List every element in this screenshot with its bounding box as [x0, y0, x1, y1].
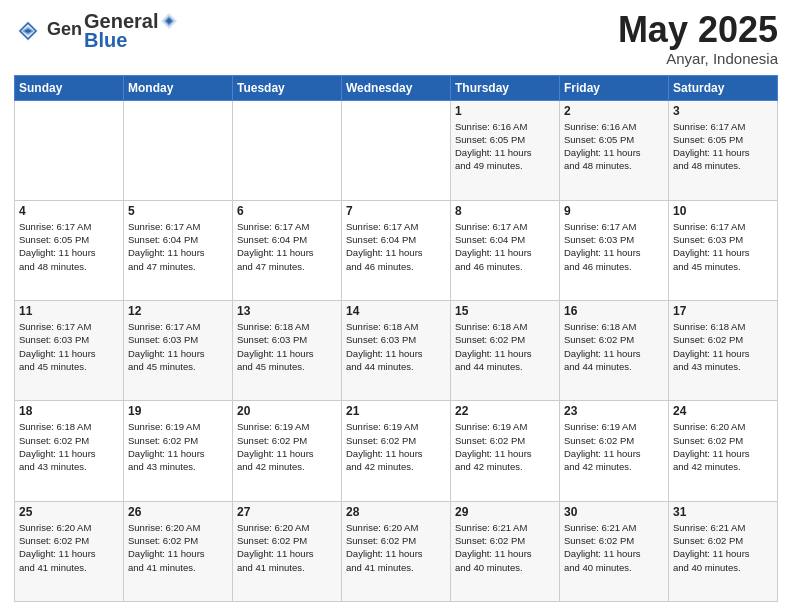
- day-number: 2: [564, 104, 664, 118]
- day-info: Sunrise: 6:17 AM Sunset: 6:04 PM Dayligh…: [346, 220, 446, 273]
- day-number: 13: [237, 304, 337, 318]
- calendar-cell: 24Sunrise: 6:20 AM Sunset: 6:02 PM Dayli…: [669, 401, 778, 501]
- week-row-3: 11Sunrise: 6:17 AM Sunset: 6:03 PM Dayli…: [15, 301, 778, 401]
- calendar-cell: 29Sunrise: 6:21 AM Sunset: 6:02 PM Dayli…: [451, 501, 560, 601]
- logo-svg: General: [46, 13, 82, 49]
- calendar-cell: 11Sunrise: 6:17 AM Sunset: 6:03 PM Dayli…: [15, 301, 124, 401]
- calendar-cell: 12Sunrise: 6:17 AM Sunset: 6:03 PM Dayli…: [124, 301, 233, 401]
- day-number: 19: [128, 404, 228, 418]
- day-info: Sunrise: 6:16 AM Sunset: 6:05 PM Dayligh…: [455, 120, 555, 173]
- day-number: 17: [673, 304, 773, 318]
- week-row-4: 18Sunrise: 6:18 AM Sunset: 6:02 PM Dayli…: [15, 401, 778, 501]
- calendar-cell: 21Sunrise: 6:19 AM Sunset: 6:02 PM Dayli…: [342, 401, 451, 501]
- logo-icon: [14, 17, 42, 45]
- weekday-header-sunday: Sunday: [15, 75, 124, 100]
- day-number: 15: [455, 304, 555, 318]
- calendar-cell: 19Sunrise: 6:19 AM Sunset: 6:02 PM Dayli…: [124, 401, 233, 501]
- day-info: Sunrise: 6:17 AM Sunset: 6:05 PM Dayligh…: [19, 220, 119, 273]
- day-info: Sunrise: 6:19 AM Sunset: 6:02 PM Dayligh…: [237, 420, 337, 473]
- calendar-cell: 2Sunrise: 6:16 AM Sunset: 6:05 PM Daylig…: [560, 100, 669, 200]
- day-info: Sunrise: 6:17 AM Sunset: 6:04 PM Dayligh…: [237, 220, 337, 273]
- calendar-cell: [342, 100, 451, 200]
- header: General General Blue May 2025: [14, 10, 778, 67]
- day-number: 6: [237, 204, 337, 218]
- day-info: Sunrise: 6:18 AM Sunset: 6:02 PM Dayligh…: [564, 320, 664, 373]
- day-number: 9: [564, 204, 664, 218]
- page: General General Blue May 2025: [0, 0, 792, 612]
- weekday-header-tuesday: Tuesday: [233, 75, 342, 100]
- location: Anyar, Indonesia: [618, 50, 778, 67]
- calendar-cell: 22Sunrise: 6:19 AM Sunset: 6:02 PM Dayli…: [451, 401, 560, 501]
- day-number: 4: [19, 204, 119, 218]
- day-number: 3: [673, 104, 773, 118]
- calendar-cell: 9Sunrise: 6:17 AM Sunset: 6:03 PM Daylig…: [560, 200, 669, 300]
- calendar-cell: 5Sunrise: 6:17 AM Sunset: 6:04 PM Daylig…: [124, 200, 233, 300]
- day-info: Sunrise: 6:17 AM Sunset: 6:03 PM Dayligh…: [19, 320, 119, 373]
- day-number: 8: [455, 204, 555, 218]
- day-info: Sunrise: 6:19 AM Sunset: 6:02 PM Dayligh…: [455, 420, 555, 473]
- day-info: Sunrise: 6:20 AM Sunset: 6:02 PM Dayligh…: [19, 521, 119, 574]
- calendar-cell: 1Sunrise: 6:16 AM Sunset: 6:05 PM Daylig…: [451, 100, 560, 200]
- week-row-5: 25Sunrise: 6:20 AM Sunset: 6:02 PM Dayli…: [15, 501, 778, 601]
- day-info: Sunrise: 6:17 AM Sunset: 6:05 PM Dayligh…: [673, 120, 773, 173]
- day-info: Sunrise: 6:21 AM Sunset: 6:02 PM Dayligh…: [564, 521, 664, 574]
- day-info: Sunrise: 6:19 AM Sunset: 6:02 PM Dayligh…: [564, 420, 664, 473]
- calendar-cell: 30Sunrise: 6:21 AM Sunset: 6:02 PM Dayli…: [560, 501, 669, 601]
- day-number: 18: [19, 404, 119, 418]
- day-info: Sunrise: 6:17 AM Sunset: 6:03 PM Dayligh…: [564, 220, 664, 273]
- month-title: May 2025: [618, 10, 778, 50]
- calendar-cell: 17Sunrise: 6:18 AM Sunset: 6:02 PM Dayli…: [669, 301, 778, 401]
- day-info: Sunrise: 6:21 AM Sunset: 6:02 PM Dayligh…: [455, 521, 555, 574]
- day-number: 23: [564, 404, 664, 418]
- day-info: Sunrise: 6:17 AM Sunset: 6:03 PM Dayligh…: [673, 220, 773, 273]
- calendar-cell: [233, 100, 342, 200]
- day-number: 31: [673, 505, 773, 519]
- day-info: Sunrise: 6:21 AM Sunset: 6:02 PM Dayligh…: [673, 521, 773, 574]
- calendar-cell: 18Sunrise: 6:18 AM Sunset: 6:02 PM Dayli…: [15, 401, 124, 501]
- calendar-cell: 13Sunrise: 6:18 AM Sunset: 6:03 PM Dayli…: [233, 301, 342, 401]
- day-number: 21: [346, 404, 446, 418]
- logo-arrow-icon: [159, 11, 179, 31]
- day-info: Sunrise: 6:20 AM Sunset: 6:02 PM Dayligh…: [237, 521, 337, 574]
- day-info: Sunrise: 6:18 AM Sunset: 6:03 PM Dayligh…: [237, 320, 337, 373]
- day-number: 1: [455, 104, 555, 118]
- calendar-cell: 10Sunrise: 6:17 AM Sunset: 6:03 PM Dayli…: [669, 200, 778, 300]
- day-number: 29: [455, 505, 555, 519]
- calendar-cell: 6Sunrise: 6:17 AM Sunset: 6:04 PM Daylig…: [233, 200, 342, 300]
- weekday-header-wednesday: Wednesday: [342, 75, 451, 100]
- day-info: Sunrise: 6:19 AM Sunset: 6:02 PM Dayligh…: [128, 420, 228, 473]
- calendar-table: SundayMondayTuesdayWednesdayThursdayFrid…: [14, 75, 778, 602]
- weekday-header-monday: Monday: [124, 75, 233, 100]
- day-info: Sunrise: 6:20 AM Sunset: 6:02 PM Dayligh…: [128, 521, 228, 574]
- day-number: 27: [237, 505, 337, 519]
- week-row-1: 1Sunrise: 6:16 AM Sunset: 6:05 PM Daylig…: [15, 100, 778, 200]
- calendar-cell: [15, 100, 124, 200]
- day-number: 26: [128, 505, 228, 519]
- week-row-2: 4Sunrise: 6:17 AM Sunset: 6:05 PM Daylig…: [15, 200, 778, 300]
- calendar-cell: 3Sunrise: 6:17 AM Sunset: 6:05 PM Daylig…: [669, 100, 778, 200]
- calendar-cell: 15Sunrise: 6:18 AM Sunset: 6:02 PM Dayli…: [451, 301, 560, 401]
- weekday-header-thursday: Thursday: [451, 75, 560, 100]
- day-info: Sunrise: 6:18 AM Sunset: 6:02 PM Dayligh…: [455, 320, 555, 373]
- calendar-cell: 27Sunrise: 6:20 AM Sunset: 6:02 PM Dayli…: [233, 501, 342, 601]
- logo-blue: Blue: [84, 29, 127, 52]
- title-block: May 2025 Anyar, Indonesia: [618, 10, 778, 67]
- day-number: 25: [19, 505, 119, 519]
- calendar-cell: 28Sunrise: 6:20 AM Sunset: 6:02 PM Dayli…: [342, 501, 451, 601]
- day-number: 11: [19, 304, 119, 318]
- day-number: 12: [128, 304, 228, 318]
- calendar-cell: 8Sunrise: 6:17 AM Sunset: 6:04 PM Daylig…: [451, 200, 560, 300]
- day-number: 14: [346, 304, 446, 318]
- day-info: Sunrise: 6:18 AM Sunset: 6:02 PM Dayligh…: [19, 420, 119, 473]
- calendar-cell: 25Sunrise: 6:20 AM Sunset: 6:02 PM Dayli…: [15, 501, 124, 601]
- day-number: 5: [128, 204, 228, 218]
- calendar-cell: 16Sunrise: 6:18 AM Sunset: 6:02 PM Dayli…: [560, 301, 669, 401]
- day-number: 24: [673, 404, 773, 418]
- svg-text:General: General: [47, 19, 82, 39]
- day-info: Sunrise: 6:19 AM Sunset: 6:02 PM Dayligh…: [346, 420, 446, 473]
- weekday-header-friday: Friday: [560, 75, 669, 100]
- day-number: 30: [564, 505, 664, 519]
- day-info: Sunrise: 6:17 AM Sunset: 6:03 PM Dayligh…: [128, 320, 228, 373]
- weekday-header-row: SundayMondayTuesdayWednesdayThursdayFrid…: [15, 75, 778, 100]
- day-number: 20: [237, 404, 337, 418]
